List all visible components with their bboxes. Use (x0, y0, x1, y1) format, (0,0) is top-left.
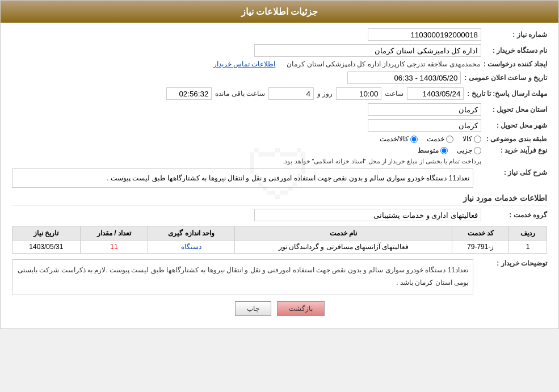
need-desc-label: شرح کلی نیاز : (473, 168, 547, 176)
cell-row-num: 1 (509, 241, 547, 254)
service-group-row: گروه خدمت : (12, 209, 547, 221)
city-label: شهر محل تحویل : (485, 121, 547, 129)
need-description-row: شرح کلی نیاز : تعداد11 دستگاه خودرو سوار… (12, 168, 547, 188)
process-option-2[interactable]: متوسط (418, 146, 448, 154)
cell-unit: دستگاه (148, 241, 235, 254)
process-radio-jozi[interactable] (474, 147, 481, 154)
process-label: نوع فرآیند خرید : (485, 146, 547, 154)
process-option-1[interactable]: جزیی (457, 146, 481, 154)
process-note: پرداخت تمام یا بخشی از مبلغ خریدار از مح… (283, 158, 481, 165)
creator-label: ایجاد کننده درخواست : (484, 60, 547, 68)
table-header-row: ردیف کد خدمت نام خدمت واحد اندازه گیری ت… (12, 226, 547, 241)
process-radio-motavasset[interactable] (440, 147, 448, 154)
deadline-date-input[interactable] (407, 87, 464, 100)
deadline-days-input[interactable] (268, 87, 314, 100)
col-date: تاریخ نیاز (12, 226, 81, 241)
service-group-input[interactable] (254, 209, 481, 221)
buyer-notes-label: توضیحات خریدار : (473, 259, 547, 267)
process-radio-group: جزیی متوسط (418, 146, 481, 154)
buyer-notes-value: تعداد11 دستگاه خودرو سواری سالم و بدون ن… (12, 259, 473, 294)
category-option-1[interactable]: کالا (463, 135, 481, 143)
category-radio-kala[interactable] (474, 136, 481, 143)
cell-quantity: 11 (80, 241, 148, 254)
need-number-row: شماره نیاز : (12, 28, 547, 41)
category-radio-service[interactable] (446, 136, 453, 143)
deadline-remaining-input[interactable] (166, 87, 212, 100)
col-service-code: کد خدمت (452, 226, 509, 241)
services-table: ردیف کد خدمت نام خدمت واحد اندازه گیری ت… (12, 226, 547, 254)
days-label: روز و (317, 90, 333, 98)
deadline-row: مهلت ارسال پاسخ: تا تاریخ : ساعت روز و س… (12, 87, 547, 100)
buyer-name-label: نام دستگاه خریدار : (485, 47, 547, 54)
need-desc-value: تعداد11 دستگاه خودرو سواری سالم و بدون ن… (12, 168, 473, 188)
services-section-title: اطلاعات خدمات مورد نیاز (12, 193, 547, 205)
process-label-jozi: جزیی (457, 146, 472, 154)
buyer-notes-row: توضیحات خریدار : تعداد11 دستگاه خودرو سو… (12, 259, 547, 294)
creator-row: ایجاد کننده درخواست : محمدمهدی سلاجقه تد… (12, 60, 547, 68)
creator-value: محمدمهدی سلاجقه تدرجی کارپرداز اداره کل … (287, 60, 480, 68)
province-input[interactable] (368, 103, 481, 116)
province-label: استان محل تحویل : (485, 106, 547, 113)
category-row: طبقه بندی موضوعی : کالا خدمت کالا/خدمت (12, 135, 547, 143)
service-group-label: گروه خدمت : (485, 211, 547, 219)
col-row-num: ردیف (509, 226, 547, 241)
cell-date: 1403/05/31 (12, 241, 81, 254)
deadline-label: مهلت ارسال پاسخ: تا تاریخ : (467, 90, 547, 98)
back-button[interactable]: بازگشت (277, 301, 325, 316)
category-option-2[interactable]: خدمت (427, 135, 453, 143)
city-row: شهر محل تحویل : (12, 119, 547, 132)
col-service-name: نام خدمت (235, 226, 452, 241)
category-label-service: خدمت (427, 135, 444, 143)
date-label: تاریخ و ساعت اعلان عمومی : (464, 74, 547, 82)
print-button[interactable]: چاپ (235, 301, 271, 316)
time-label: ساعت (385, 90, 404, 98)
buyer-name-input[interactable] (254, 44, 481, 57)
process-label-motavasset: متوسط (418, 146, 439, 154)
category-label-both: کالا/خدمت (380, 135, 409, 143)
cell-service-name: فعالیتهای آژانسهای مسافرتی و گردانندگان … (235, 241, 452, 254)
category-radio-group: کالا خدمت کالا/خدمت (380, 135, 481, 143)
page-title: جزئیات اطلاعات نیاز (241, 7, 318, 16)
process-note-row: پرداخت تمام یا بخشی از مبلغ خریدار از مح… (12, 158, 547, 165)
date-row: تاریخ و ساعت اعلان عمومی : (12, 71, 547, 84)
need-number-label: شماره نیاز : (485, 31, 547, 39)
category-label-kala: کالا (463, 135, 472, 143)
buyer-name-row: نام دستگاه خریدار : (12, 44, 547, 57)
category-label: طبقه بندی موضوعی : (485, 135, 547, 143)
table-row: 1 ز-791-79 فعالیتهای آژانسهای مسافرتی و … (12, 241, 547, 254)
col-unit: واحد اندازه گیری (148, 226, 235, 241)
col-quantity: تعداد / مقدار (80, 226, 148, 241)
need-number-input[interactable] (368, 28, 481, 41)
remaining-label: ساعت باقی مانده (215, 90, 265, 98)
category-radio-both[interactable] (410, 136, 418, 143)
bottom-buttons: بازگشت چاپ (12, 301, 547, 316)
cell-service-code: ز-791-79 (452, 241, 509, 254)
province-row: استان محل تحویل : (12, 103, 547, 116)
deadline-time-input[interactable] (336, 87, 381, 100)
page-header: جزئیات اطلاعات نیاز (1, 1, 558, 23)
category-option-3[interactable]: کالا/خدمت (380, 135, 418, 143)
contact-link[interactable]: اطلاعات تماس خریدار (213, 60, 276, 68)
date-input[interactable] (347, 71, 461, 84)
city-input[interactable] (368, 119, 481, 132)
process-row: نوع فرآیند خرید : جزیی متوسط (12, 146, 547, 154)
